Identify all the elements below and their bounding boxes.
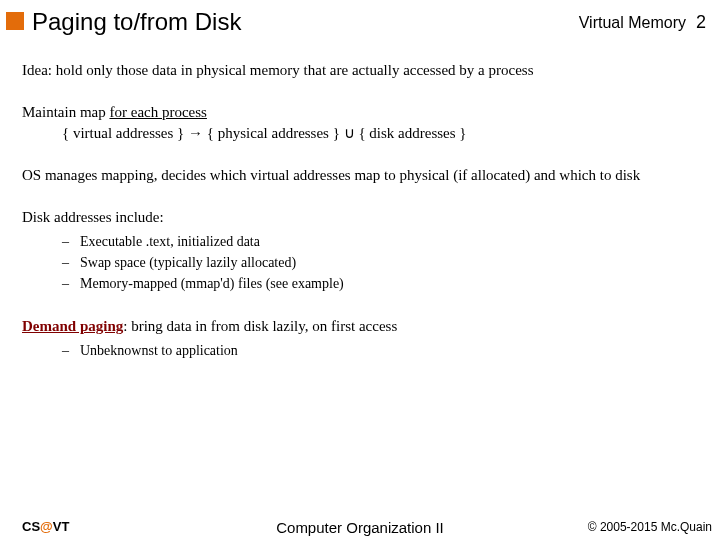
header-right: Virtual Memory 2 xyxy=(579,8,706,33)
maintain-paragraph: Maintain map for each process { virtual … xyxy=(22,102,698,143)
slide: Paging to/from Disk Virtual Memory 2 Ide… xyxy=(0,0,720,540)
demand-label: Demand paging xyxy=(22,318,123,334)
slide-title: Paging to/from Disk xyxy=(32,8,579,36)
disk-heading: Disk addresses include: xyxy=(22,207,698,227)
footer-center: Computer Organization II xyxy=(0,519,720,536)
slide-footer: CS@VT Computer Organization II © 2005-20… xyxy=(0,519,720,534)
list-item: Unbeknownst to application xyxy=(62,342,698,361)
disk-list: Executable .text, initialized data Swap … xyxy=(22,233,698,294)
os-text: OS manages mapping, decides which virtua… xyxy=(22,167,640,183)
section-label: Virtual Memory xyxy=(579,14,686,32)
idea-paragraph: Idea: hold only those data in physical m… xyxy=(22,60,698,80)
page-number: 2 xyxy=(696,12,706,33)
maintain-underline: for each process xyxy=(109,104,206,120)
demand-list: Unbeknownst to application xyxy=(22,342,698,361)
slide-body: Idea: hold only those data in physical m… xyxy=(0,42,720,361)
os-paragraph: OS manages mapping, decides which virtua… xyxy=(22,165,698,185)
slide-header: Paging to/from Disk Virtual Memory 2 xyxy=(0,0,720,42)
demand-paragraph: Demand paging: bring data in from disk l… xyxy=(22,316,698,336)
list-item: Swap space (typically lazily allocated) xyxy=(62,254,698,273)
maintain-prefix: Maintain map xyxy=(22,104,109,120)
list-item: Executable .text, initialized data xyxy=(62,233,698,252)
header-bullet-icon xyxy=(6,12,24,30)
map-line: { virtual addresses } → { physical addre… xyxy=(22,123,698,143)
demand-rest: : bring data in from disk lazily, on fir… xyxy=(123,318,397,334)
list-item: Memory-mapped (mmap'd) files (see exampl… xyxy=(62,275,698,294)
